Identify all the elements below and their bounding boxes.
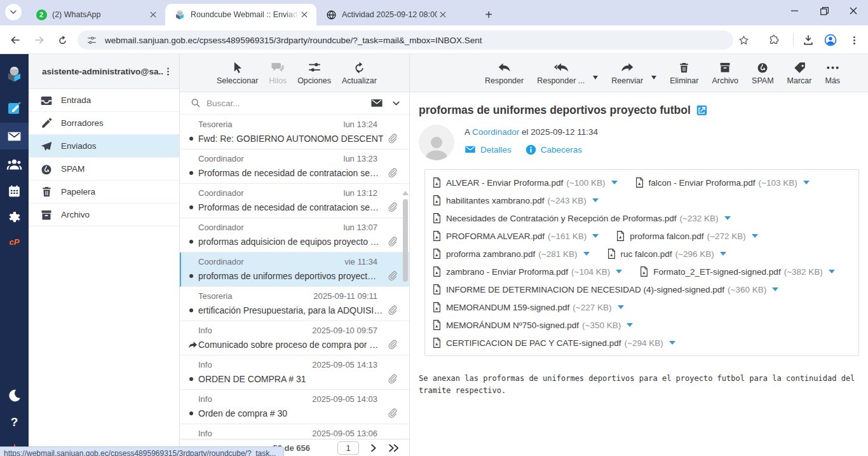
attachment-item[interactable]: CERTIFICACION DE PAC Y CATE-signed.pdf (… (431, 334, 675, 352)
browser-tab[interactable]: 2 (2) WhatsApp (27, 4, 165, 25)
attachment-menu-caret-icon[interactable] (803, 181, 810, 184)
close-window-button[interactable] (839, 0, 868, 22)
message-row[interactable]: Coordinador lun 13:12 Proformas de neces… (180, 184, 409, 218)
attachment-item[interactable]: habilitantes xambrano.pdf (~243 KB) (431, 191, 599, 209)
message-toolbar-archive-icon[interactable]: Archivo (712, 60, 738, 85)
message-toolbar-reply-all-icon[interactable]: Responder ... (537, 60, 585, 85)
rail-roundcube-logo[interactable] (0, 62, 29, 86)
folder-item-entrada[interactable]: Entrada (29, 89, 179, 112)
next-page-button[interactable] (369, 443, 378, 453)
list-scrollbar[interactable] (403, 191, 408, 286)
message-toolbar-flame-icon[interactable]: SPAM (752, 60, 774, 85)
account-menu-icon[interactable] (163, 67, 173, 76)
browser-tab[interactable]: Actividad 2025-09-12 08:00:00 (316, 4, 455, 25)
attachment-name[interactable]: CERTIFICACION DE PAC Y CATE-signed.pdf (446, 338, 621, 348)
attachment-item[interactable]: PROFORMA ALVEAR.pdf (~161 KB) (431, 227, 599, 245)
attachment-menu-caret-icon[interactable] (724, 216, 731, 220)
attachment-menu-caret-icon[interactable] (611, 181, 618, 184)
attachment-name[interactable]: Formato_2_ET-signed-signed.pdf (653, 267, 780, 277)
downloads-icon[interactable] (799, 31, 817, 49)
attachment-menu-caret-icon[interactable] (592, 234, 599, 238)
tab-search-button[interactable] (5, 4, 22, 20)
address-bar[interactable]: webmail.sanjuan.gob.ec/cpsess4895969315/… (78, 31, 733, 50)
scrollbar-thumb[interactable] (403, 199, 408, 282)
folder-item-archivo[interactable]: Archivo (29, 204, 179, 226)
attachment-name[interactable]: Necesidades de Contratación y Recepción … (446, 214, 676, 223)
browser-tab[interactable]: Roundcube Webmail :: Enviados (165, 4, 316, 25)
attachment-item[interactable]: MEMORÁNDUM Nº750-signed.pdf (~350 KB) (431, 316, 633, 334)
attachment-menu-caret-icon[interactable] (772, 287, 778, 291)
list-toolbar-refresh-icon[interactable]: Actualizar (342, 60, 377, 85)
site-settings-icon[interactable] (86, 35, 97, 46)
message-row[interactable]: Coordinador lun 13:07 proformas adquisic… (180, 218, 409, 252)
attachment-name[interactable]: ALVEAR - Enviar Proforma.pdf (446, 178, 563, 188)
tab-close-icon[interactable] (147, 9, 159, 20)
forward-button[interactable] (31, 31, 48, 49)
new-tab-button[interactable]: + (480, 6, 497, 23)
attachment-menu-caret-icon[interactable] (752, 234, 758, 238)
attachment-item[interactable]: ruc falcon.pdf (~296 KB) (606, 245, 726, 263)
attachment-item[interactable]: Necesidades de Contratación y Recepción … (431, 209, 731, 227)
message-row[interactable]: Info 2025-09-10 09:57 Comunicado sobre p… (180, 321, 409, 356)
open-external-icon[interactable] (696, 105, 707, 116)
message-toolbar-tag-icon[interactable]: Marcar (787, 60, 812, 85)
dropdown-caret-icon[interactable] (593, 76, 598, 79)
attachment-name[interactable]: ruc falcon.pdf (621, 249, 672, 259)
recipient-link[interactable]: Coordinador (472, 127, 519, 137)
page-number-box[interactable]: 1 (337, 441, 359, 455)
attachment-item[interactable]: falcon - Enviar Proforma.pdf (~103 KB) (634, 174, 810, 191)
attachment-menu-caret-icon[interactable] (583, 252, 590, 256)
list-toolbar-cursor-icon[interactable]: Seleccionar (217, 60, 258, 85)
minimize-button[interactable] (780, 0, 810, 22)
message-row[interactable]: Info 2025-09-05 14:13 ORDEN DE COMPRA # … (180, 356, 409, 390)
last-page-button[interactable] (388, 443, 400, 453)
message-row[interactable]: Coordinador vie 11:34 proformas de unifo… (180, 252, 409, 287)
folder-item-spam[interactable]: SPAM (29, 158, 179, 181)
rail-settings-gear-icon[interactable] (0, 205, 29, 230)
profile-avatar-icon[interactable] (822, 31, 839, 49)
attachment-name[interactable]: proforma falcon.pdf (630, 231, 703, 241)
folder-item-borradores[interactable]: Borradores (29, 112, 179, 135)
bookmark-star-icon[interactable] (735, 31, 752, 49)
attachment-menu-caret-icon[interactable] (616, 270, 622, 273)
tab-close-icon[interactable] (299, 9, 310, 20)
search-scope-mail-icon[interactable] (370, 97, 383, 109)
rail-compose-icon[interactable] (0, 96, 29, 120)
browser-menu-icon[interactable] (845, 31, 863, 49)
attachment-menu-caret-icon[interactable] (669, 341, 675, 345)
back-button[interactable] (6, 31, 24, 49)
rail-contacts-icon[interactable] (0, 152, 29, 176)
attachment-name[interactable]: MEMORÁNDUM Nº750-signed.pdf (446, 321, 579, 330)
attachment-item[interactable]: INFORME DE DETERMINACION DE NECESIDAD (4… (431, 280, 778, 298)
tab-close-icon[interactable] (437, 9, 449, 20)
rail-dark-mode-moon-icon[interactable] (0, 383, 29, 408)
attachment-menu-caret-icon[interactable] (627, 323, 633, 327)
message-row[interactable]: Coordinador lun 13:23 Proformas de neces… (180, 149, 409, 184)
attachment-name[interactable]: proforma zambrano.pdf (446, 249, 535, 259)
attachment-item[interactable]: ALVEAR - Enviar Proforma.pdf (~100 KB) (431, 174, 618, 191)
attachment-name[interactable]: MEMORANDUM 159-signed.pdf (446, 303, 569, 312)
attachment-item[interactable]: Formato_2_ET-signed-signed.pdf (~382 KB) (639, 263, 835, 280)
message-toolbar-trash-icon[interactable]: Eliminar (670, 60, 698, 85)
attachment-name[interactable]: falcon - Enviar Proforma.pdf (649, 178, 756, 188)
url-text[interactable]: webmail.sanjuan.gob.ec/cpsess4895969315/… (105, 36, 482, 45)
message-toolbar-reply-icon[interactable]: Responder (485, 60, 524, 85)
attachment-item[interactable]: proforma falcon.pdf (~272 KB) (615, 227, 757, 245)
folder-item-enviados[interactable]: Enviados (29, 135, 179, 158)
attachment-name[interactable]: PROFORMA ALVEAR.pdf (446, 231, 545, 241)
attachment-menu-caret-icon[interactable] (618, 305, 624, 309)
attachment-item[interactable]: zambrano - Enviar Proforma.pdf (~104 KB) (431, 263, 622, 280)
restore-button[interactable] (810, 0, 839, 22)
list-toolbar-threads-icon[interactable]: Hilos (269, 60, 287, 85)
search-bar[interactable]: Buscar... (180, 92, 409, 114)
message-row[interactable]: Info 2025-09-05 14:03 Orden de compra # … (180, 390, 409, 424)
message-row[interactable]: Info 2025-09-05 13:06 (180, 424, 409, 439)
rail-help-icon[interactable]: ? (0, 410, 29, 434)
folder-item-papelera[interactable]: Papelera (29, 181, 179, 204)
attachment-name[interactable]: zambrano - Enviar Proforma.pdf (446, 267, 568, 277)
headers-toggle[interactable]: Cabeceras (526, 144, 582, 155)
message-toolbar-ellipsis-icon[interactable]: Más (825, 60, 840, 85)
rail-mail-icon[interactable] (0, 123, 29, 149)
rail-cpanel-icon[interactable]: cP (0, 230, 29, 254)
attachment-item[interactable]: proforma zambrano.pdf (~281 KB) (431, 245, 590, 263)
